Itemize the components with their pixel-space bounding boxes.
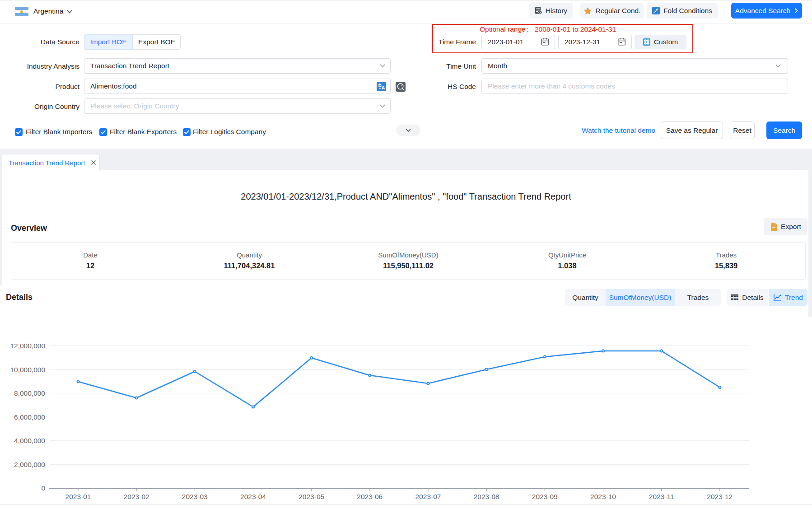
svg-text:2023-02: 2023-02 [124, 493, 149, 500]
svg-text:12,000,000: 12,000,000 [10, 342, 45, 350]
svg-text:2023-10: 2023-10 [590, 493, 616, 500]
svg-text:2023-05: 2023-05 [299, 493, 324, 500]
svg-text:2023-04: 2023-04 [240, 493, 266, 500]
svg-text:2023-08: 2023-08 [474, 493, 499, 500]
svg-text:A: A [382, 85, 385, 90]
svg-text:6,000,000: 6,000,000 [14, 413, 45, 421]
svg-text:0: 0 [41, 484, 45, 492]
svg-text:2023-12: 2023-12 [707, 493, 733, 500]
svg-text:2023-06: 2023-06 [357, 493, 383, 500]
svg-text:10,000,000: 10,000,000 [10, 366, 45, 374]
svg-text:2023-01: 2023-01 [65, 493, 91, 500]
svg-text:2,000,000: 2,000,000 [14, 461, 45, 468]
svg-text:8,000,000: 8,000,000 [14, 389, 45, 397]
svg-text:2023-09: 2023-09 [532, 493, 558, 500]
svg-text:2023-03: 2023-03 [182, 493, 208, 500]
svg-text:2023-07: 2023-07 [415, 493, 441, 500]
svg-text:4,000,000: 4,000,000 [14, 437, 45, 444]
svg-text:2023-11: 2023-11 [649, 493, 674, 500]
